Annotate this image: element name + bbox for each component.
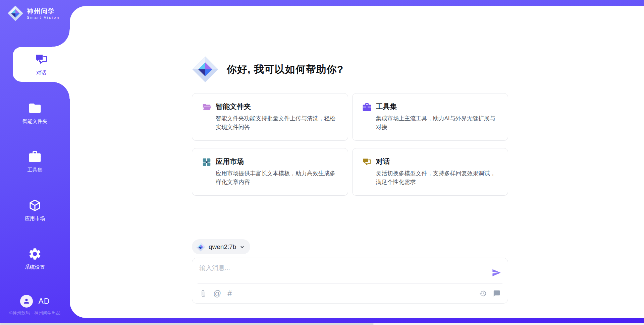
hashtag-icon[interactable]: # bbox=[227, 290, 232, 298]
chat-icon bbox=[34, 53, 48, 67]
sidebar-item-label: 应用市场 bbox=[25, 215, 45, 222]
briefcase-icon bbox=[362, 102, 372, 112]
card-chat[interactable]: 对话 灵活切换多模型文件，支持多样回复效果调试，满足个性化需求 bbox=[352, 148, 508, 196]
card-description: 灵活切换多模型文件，支持多样回复效果调试，满足个性化需求 bbox=[376, 169, 498, 186]
history-icon[interactable] bbox=[479, 290, 487, 297]
gear-icon bbox=[28, 247, 42, 261]
briefcase-icon bbox=[28, 150, 42, 164]
card-description: 应用市场提供丰富长文本模板，助力高效生成多样化文章内容 bbox=[216, 169, 338, 186]
sidebar-item-label: 工具集 bbox=[28, 167, 43, 173]
sidebar-item-label: 对话 bbox=[36, 70, 46, 76]
chat-bubble-icon[interactable] bbox=[493, 290, 500, 297]
card-title: 应用市场 bbox=[216, 157, 338, 166]
scrollbar-thumb[interactable] bbox=[0, 323, 374, 325]
card-app-market[interactable]: 应用市场 应用市场提供丰富长文本模板，助力高效生成多样化文章内容 bbox=[192, 148, 348, 196]
folder-open-icon bbox=[202, 102, 212, 112]
user-account[interactable]: AD bbox=[0, 295, 70, 308]
sidebar-item-chat[interactable]: 对话 bbox=[13, 47, 70, 82]
attach-file-icon[interactable] bbox=[200, 290, 207, 297]
card-title: 智能文件夹 bbox=[216, 102, 338, 111]
sidebar-item-label: 智能文件夹 bbox=[22, 118, 48, 125]
greeting: 你好, 我可以如何帮助你? bbox=[192, 56, 508, 83]
cube-icon bbox=[28, 198, 42, 212]
mention-icon[interactable]: @ bbox=[213, 290, 221, 298]
brand-logo: 神州问学 Smart Vision bbox=[0, 0, 70, 21]
model-name: qwen2:7b bbox=[209, 243, 236, 251]
main-panel: 你好, 我可以如何帮助你? 智能文件夹 智能文件夹功能支持批量文件上传与清洗，轻… bbox=[70, 6, 644, 318]
composer-area: qwen2:7b @ # bbox=[192, 239, 508, 304]
message-composer: @ # bbox=[192, 258, 508, 304]
sidebar: 神州问学 Smart Vision 对话 智能文件夹 工具集 应用市场 系统设置… bbox=[0, 0, 70, 325]
message-input[interactable] bbox=[199, 263, 484, 273]
chevron-down-icon bbox=[239, 244, 245, 250]
brand-subtitle: Smart Vision bbox=[27, 15, 60, 19]
avatar bbox=[20, 295, 33, 308]
feature-cards: 智能文件夹 智能文件夹功能支持批量文件上传与清洗，轻松实现文件问答 工具集 集成… bbox=[192, 93, 508, 196]
sidebar-item-smart-folder[interactable]: 智能文件夹 bbox=[0, 95, 70, 130]
copyright-footer: ©神州数码 · 神州问学出品 bbox=[0, 310, 70, 316]
folder-icon bbox=[28, 101, 42, 115]
composer-toolbar: @ # bbox=[200, 284, 500, 303]
brand-diamond-icon bbox=[7, 5, 23, 21]
horizontal-scrollbar[interactable] bbox=[0, 323, 644, 325]
card-title: 对话 bbox=[376, 157, 498, 166]
greeting-title: 你好, 我可以如何帮助你? bbox=[227, 63, 343, 76]
brand-name: 神州问学 bbox=[27, 7, 60, 15]
card-title: 工具集 bbox=[376, 102, 498, 111]
sidebar-item-app-market[interactable]: 应用市场 bbox=[0, 193, 70, 227]
card-smart-folder[interactable]: 智能文件夹 智能文件夹功能支持批量文件上传与清洗，轻松实现文件问答 bbox=[192, 93, 348, 141]
card-description: 集成市场上主流工具，助力AI与外界无缝扩展与对接 bbox=[376, 114, 498, 131]
chat-icon bbox=[362, 157, 372, 167]
sidebar-item-toolset[interactable]: 工具集 bbox=[0, 144, 70, 179]
person-icon bbox=[23, 298, 30, 305]
apps-grid-icon bbox=[202, 157, 212, 167]
card-description: 智能文件夹功能支持批量文件上传与清洗，轻松实现文件问答 bbox=[216, 114, 338, 131]
model-diamond-icon bbox=[196, 242, 205, 252]
model-selector[interactable]: qwen2:7b bbox=[192, 239, 250, 254]
sidebar-item-settings[interactable]: 系统设置 bbox=[0, 241, 70, 276]
card-toolset[interactable]: 工具集 集成市场上主流工具，助力AI与外界无缝扩展与对接 bbox=[352, 93, 508, 141]
user-initials: AD bbox=[39, 297, 50, 306]
send-button[interactable] bbox=[492, 268, 501, 277]
send-icon bbox=[492, 268, 501, 277]
sidebar-item-label: 系统设置 bbox=[25, 264, 45, 270]
welcome-section: 你好, 我可以如何帮助你? 智能文件夹 智能文件夹功能支持批量文件上传与清洗，轻… bbox=[192, 56, 508, 196]
brand-diamond-icon bbox=[192, 56, 219, 83]
